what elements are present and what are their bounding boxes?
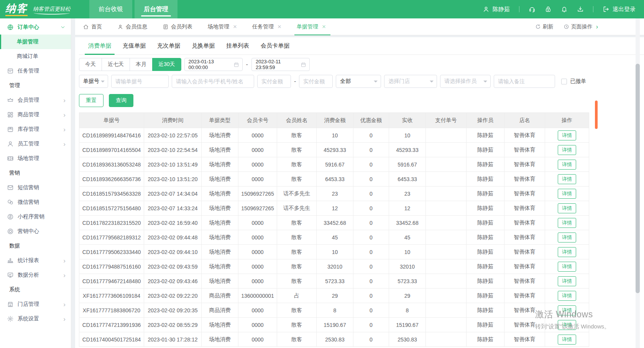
mode-tab[interactable]: 后台管理 bbox=[135, 0, 177, 18]
quick-range-button[interactable]: 近30天 bbox=[152, 58, 181, 71]
detail-button[interactable]: 详情 bbox=[558, 145, 576, 155]
quick-range-button[interactable]: 本月 bbox=[130, 58, 153, 71]
remark-input[interactable] bbox=[494, 75, 555, 88]
sidebar-item[interactable]: 短信营销 bbox=[0, 180, 71, 195]
panel-scrollbar-thumb[interactable] bbox=[595, 101, 598, 129]
detail-button[interactable]: 详情 bbox=[558, 262, 576, 272]
operator-select[interactable]: 请选择操作员 bbox=[440, 75, 491, 88]
subtab[interactable]: 兑换单据 bbox=[192, 37, 215, 54]
sidebar-item[interactable]: 统计报表› bbox=[0, 253, 71, 268]
refresh-label: 刷新 bbox=[543, 23, 554, 30]
wechat-icon bbox=[7, 199, 14, 206]
amount-max-input[interactable] bbox=[299, 75, 333, 88]
download-icon[interactable] bbox=[577, 6, 584, 13]
subtab[interactable]: 充次单据 bbox=[157, 37, 180, 54]
mode-tab[interactable]: 前台收银 bbox=[89, 0, 132, 18]
close-icon[interactable]: × bbox=[233, 23, 237, 30]
table-cell: 散客 bbox=[277, 303, 317, 318]
table-cell: 陈静茹 bbox=[467, 318, 504, 332]
page-tab[interactable]: 任务管理× bbox=[252, 18, 281, 35]
detail-button[interactable]: 详情 bbox=[558, 305, 576, 315]
headset-icon[interactable] bbox=[529, 6, 536, 13]
detail-button[interactable]: 详情 bbox=[558, 247, 576, 257]
detail-button[interactable]: 详情 bbox=[558, 276, 576, 286]
table-cell: 散客 bbox=[277, 332, 317, 347]
sidebar-item[interactable]: 营销中心 bbox=[0, 224, 71, 239]
date-to-input[interactable]: 2023-02-11 23:59:59 bbox=[251, 58, 310, 71]
page-tab[interactable]: 会员信息 bbox=[117, 18, 147, 35]
page-tab[interactable]: 会员列表 bbox=[163, 18, 192, 35]
sidebar-item[interactable]: 场地管理 bbox=[0, 151, 71, 166]
sidebar-item[interactable]: 微信营销 bbox=[0, 195, 71, 209]
chevron-right-icon: › bbox=[63, 301, 66, 308]
list-icon bbox=[163, 24, 169, 30]
amount-min-input[interactable] bbox=[257, 75, 291, 88]
sidebar-item[interactable]: 数据分析› bbox=[0, 268, 71, 282]
sidebar-item[interactable]: 商城订单 bbox=[0, 49, 71, 64]
table-cell: CD16189897014165504 bbox=[79, 143, 144, 157]
lock-icon[interactable] bbox=[545, 6, 552, 13]
subtab[interactable]: 消费单据 bbox=[88, 37, 111, 54]
page-tab-label: 任务管理 bbox=[252, 23, 274, 30]
search-button[interactable]: 查询 bbox=[109, 94, 133, 107]
sidebar-item[interactable]: 库存管理› bbox=[0, 122, 71, 137]
bill-no-input[interactable] bbox=[111, 75, 169, 88]
detail-button[interactable]: 详情 bbox=[558, 189, 576, 199]
detail-button[interactable]: 详情 bbox=[558, 218, 576, 228]
close-icon[interactable]: × bbox=[278, 23, 281, 30]
detail-button[interactable]: 详情 bbox=[558, 203, 576, 213]
table-column-header: 店名 bbox=[504, 113, 545, 128]
bell-icon[interactable] bbox=[561, 6, 568, 13]
revoked-checkbox[interactable] bbox=[561, 79, 567, 84]
table-cell-action: 详情 bbox=[545, 201, 589, 216]
quick-range-button[interactable]: 近七天 bbox=[102, 58, 130, 71]
table-cell: 2530.83 bbox=[317, 332, 353, 347]
window-scrollbar-thumb[interactable] bbox=[636, 64, 640, 293]
table-cell: 智善体育 bbox=[504, 128, 545, 143]
detail-button[interactable]: 详情 bbox=[558, 174, 576, 184]
page-tab[interactable]: 单据管理× bbox=[297, 18, 326, 35]
detail-button[interactable]: 详情 bbox=[558, 130, 576, 140]
table-cell-action: 详情 bbox=[545, 172, 589, 186]
refresh-button[interactable]: 刷新 bbox=[535, 23, 554, 30]
sidebar-item[interactable]: 单据管理 bbox=[0, 35, 71, 49]
logout-button[interactable]: 退出登录 bbox=[603, 6, 636, 13]
sidebar-item[interactable]: 会员管理› bbox=[0, 93, 71, 107]
sidebar-item[interactable]: 任务管理 bbox=[0, 64, 71, 78]
subtab[interactable]: 会员卡单据 bbox=[261, 37, 289, 54]
detail-button[interactable]: 详情 bbox=[558, 320, 576, 330]
close-icon[interactable]: × bbox=[322, 23, 326, 30]
bill-no-type-select[interactable]: 单据号 bbox=[79, 75, 108, 88]
table-cell: 2023-02-02 16:59:40 bbox=[144, 216, 202, 230]
reset-button[interactable]: 重置 bbox=[79, 94, 104, 107]
store-select[interactable]: 选择门店 bbox=[384, 75, 437, 88]
page-tab[interactable]: 首页 bbox=[83, 18, 102, 35]
logout-icon bbox=[603, 6, 610, 13]
current-user[interactable]: 陈静茹 bbox=[483, 6, 510, 13]
table-cell: 话不多先生 bbox=[277, 186, 317, 201]
sidebar-item[interactable]: 小程序营销 bbox=[0, 209, 71, 224]
table-cell: 场地消费 bbox=[202, 172, 238, 186]
window-scrollbar[interactable] bbox=[636, 18, 640, 348]
subtab[interactable]: 挂单列表 bbox=[226, 37, 249, 54]
sidebar-item[interactable]: 员工管理› bbox=[0, 137, 71, 151]
table-cell: 散客 bbox=[277, 143, 317, 157]
page-ops-button[interactable]: 页面操作 › bbox=[564, 23, 598, 30]
table-cell: 0000 bbox=[238, 172, 277, 186]
sidebar-item[interactable]: 订单中心 bbox=[0, 20, 71, 35]
quick-range-button[interactable]: 今天 bbox=[79, 58, 102, 71]
detail-button[interactable]: 详情 bbox=[558, 291, 576, 301]
sidebar-item[interactable]: 门店管理› bbox=[0, 297, 71, 312]
table-cell: 陈静茹 bbox=[467, 230, 504, 245]
member-search-input[interactable] bbox=[172, 75, 254, 88]
sidebar-item[interactable]: 系统设置› bbox=[0, 312, 71, 326]
pay-status-select[interactable]: 全部 bbox=[336, 75, 381, 88]
sidebar-item[interactable]: 商品管理› bbox=[0, 107, 71, 122]
detail-button[interactable]: 详情 bbox=[558, 335, 576, 345]
date-from-input[interactable]: 2023-01-13 00:00:00 bbox=[184, 58, 243, 71]
detail-button[interactable]: 详情 bbox=[558, 160, 576, 170]
table-cell-action: 详情 bbox=[545, 216, 589, 230]
detail-button[interactable]: 详情 bbox=[558, 233, 576, 242]
subtab[interactable]: 充值单据 bbox=[123, 37, 146, 54]
page-tab[interactable]: 场地管理× bbox=[208, 18, 237, 35]
